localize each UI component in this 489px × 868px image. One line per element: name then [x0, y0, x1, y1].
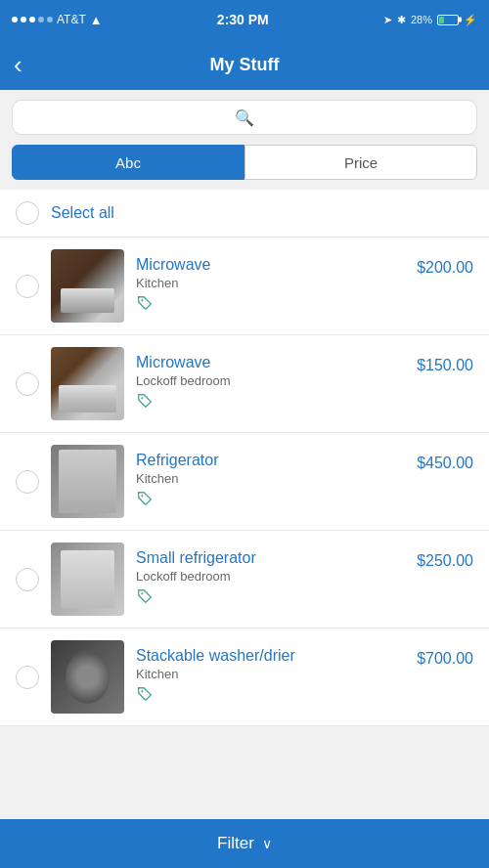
battery-percentage: 28%	[411, 14, 432, 25]
tag-icon	[136, 685, 154, 703]
items-list: Microwave Kitchen $200.00 Microwave Lock…	[0, 238, 489, 726]
svg-point-4	[141, 690, 143, 692]
item-radio[interactable]	[16, 275, 39, 298]
svg-point-3	[141, 592, 143, 594]
tag-icon	[136, 294, 154, 312]
status-bar: AT&T ▲ 2:30 PM ➤ ✱ 28% ⚡	[0, 0, 489, 39]
search-container: 🔍	[0, 90, 489, 145]
item-price: $700.00	[417, 650, 473, 668]
item-radio[interactable]	[16, 666, 39, 689]
item-info: Microwave Lockoff bedroom	[136, 354, 405, 413]
sort-tabs: Abc Price	[0, 145, 489, 190]
item-info: Refrigerator Kitchen	[136, 452, 405, 511]
status-left: AT&T ▲	[12, 13, 103, 27]
dot-4	[38, 17, 44, 22]
list-item[interactable]: Microwave Kitchen $200.00	[0, 238, 489, 335]
svg-point-1	[141, 397, 143, 399]
filter-label: Filter	[217, 834, 254, 853]
list-item[interactable]: Refrigerator Kitchen $450.00	[0, 433, 489, 531]
item-thumbnail	[51, 640, 124, 714]
tag-icon	[136, 392, 154, 410]
item-info: Stackable washer/drier Kitchen	[136, 647, 405, 707]
item-location: Lockoff bedroom	[136, 373, 405, 388]
search-bar[interactable]: 🔍	[12, 100, 477, 135]
dot-1	[12, 17, 18, 22]
item-location: Kitchen	[136, 471, 405, 486]
tab-price[interactable]: Price	[244, 145, 477, 180]
item-name: Microwave	[136, 354, 405, 371]
item-info: Small refrigerator Lockoff bedroom	[136, 549, 405, 609]
items-list-wrapper: Microwave Kitchen $200.00 Microwave Lock…	[0, 238, 489, 775]
tab-abc[interactable]: Abc	[12, 145, 244, 180]
item-price: $450.00	[417, 455, 473, 472]
item-name: Microwave	[136, 256, 405, 274]
item-price: $250.00	[417, 552, 473, 570]
status-right: ➤ ✱ 28% ⚡	[383, 14, 477, 26]
list-item[interactable]: Stackable washer/drier Kitchen $700.00	[0, 629, 489, 726]
item-location: Lockoff bedroom	[136, 569, 405, 584]
page-title: My Stuff	[210, 55, 280, 75]
item-name: Refrigerator	[136, 452, 405, 469]
wifi-icon: ▲	[90, 13, 103, 27]
item-location: Kitchen	[136, 667, 405, 681]
item-price: $150.00	[417, 357, 473, 374]
select-all-radio[interactable]	[16, 201, 39, 225]
battery-bar	[437, 15, 459, 25]
item-thumbnail	[51, 445, 124, 518]
nav-bar: ‹ My Stuff	[0, 39, 489, 90]
item-thumbnail	[51, 249, 124, 323]
item-price: $200.00	[417, 259, 473, 277]
dot-5	[47, 17, 53, 22]
carrier-label: AT&T	[57, 13, 86, 26]
list-item[interactable]: Small refrigerator Lockoff bedroom $250.…	[0, 531, 489, 629]
select-all-row[interactable]: Select all	[0, 190, 489, 238]
signal-dots	[12, 17, 53, 22]
charging-icon: ⚡	[464, 14, 477, 26]
location-icon: ➤	[383, 14, 392, 26]
item-thumbnail	[51, 542, 124, 616]
item-name: Stackable washer/drier	[136, 647, 405, 665]
svg-point-0	[141, 299, 143, 301]
filter-bar[interactable]: Filter ∨	[0, 819, 489, 868]
select-all-label: Select all	[51, 204, 114, 222]
item-radio[interactable]	[16, 568, 39, 591]
item-radio[interactable]	[16, 372, 39, 396]
dot-3	[29, 17, 35, 22]
search-icon: 🔍	[235, 108, 254, 127]
dot-2	[21, 17, 26, 22]
status-time: 2:30 PM	[217, 12, 269, 27]
battery-fill	[439, 17, 444, 23]
bluetooth-icon: ✱	[397, 14, 406, 26]
item-location: Kitchen	[136, 276, 405, 290]
item-radio[interactable]	[16, 470, 39, 494]
tag-icon	[136, 490, 154, 507]
item-thumbnail	[51, 347, 124, 420]
item-name: Small refrigerator	[136, 549, 405, 567]
chevron-down-icon: ∨	[262, 836, 272, 851]
back-button[interactable]: ‹	[14, 52, 22, 77]
list-item[interactable]: Microwave Lockoff bedroom $150.00	[0, 335, 489, 433]
svg-point-2	[141, 495, 143, 497]
tag-icon	[136, 587, 154, 605]
item-info: Microwave Kitchen	[136, 256, 405, 316]
